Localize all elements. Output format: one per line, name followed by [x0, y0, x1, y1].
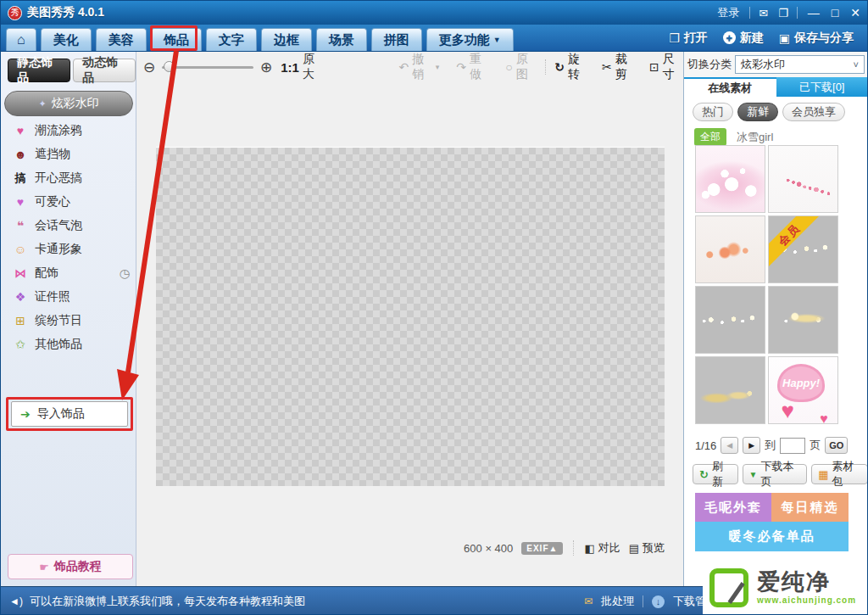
- save-share-button[interactable]: ▣保存与分享: [779, 31, 854, 46]
- category-switch-label: 切换分类: [687, 57, 732, 72]
- material-grid: 会员 Happy! ♥ ♥: [695, 145, 841, 424]
- preview-icon: ▤: [629, 542, 639, 555]
- sidebar-item-prank[interactable]: 搞开心恶搞: [13, 167, 130, 189]
- maximize-button[interactable]: □: [832, 7, 838, 19]
- undo-caret-icon[interactable]: ▾: [436, 63, 440, 71]
- rotate-button[interactable]: ↻旋转: [554, 52, 588, 82]
- zoom-out-icon[interactable]: ⊖: [143, 59, 155, 76]
- tag-snow-girl[interactable]: 冰雪girl: [737, 130, 773, 145]
- tab-downloaded[interactable]: 已下载[0]: [776, 77, 868, 97]
- material-thumbnail-gold-text[interactable]: [695, 356, 765, 424]
- material-thumbnail-happy-bubble[interactable]: Happy! ♥ ♥: [768, 356, 838, 424]
- save-icon: ▣: [779, 31, 790, 45]
- page-number-input[interactable]: [780, 438, 805, 454]
- sidebar-item-accessory[interactable]: ⋈配饰◷: [13, 262, 130, 284]
- decoration-tutorial-button[interactable]: ☛ 饰品教程: [8, 554, 133, 579]
- ad-banners: 毛呢外套 每日精选 暖冬必备单品: [695, 493, 849, 551]
- go-button[interactable]: GO: [825, 437, 848, 454]
- sidebar-item-cartoon[interactable]: ☺卡通形象: [13, 238, 130, 260]
- package-icon: ▦: [818, 468, 828, 481]
- tab-text[interactable]: 文字: [206, 28, 257, 51]
- material-thumbnail-orange-blobs[interactable]: [695, 215, 765, 283]
- sidebar-item-speech-bubble[interactable]: ❝会话气泡: [13, 215, 130, 237]
- ad-daily-picks[interactable]: 每日精选: [771, 493, 849, 522]
- history-clock-icon[interactable]: ◷: [120, 266, 130, 280]
- undo-button[interactable]: ↶撤销 ▾: [399, 52, 440, 82]
- tab-cosmetic[interactable]: 美容: [96, 28, 147, 51]
- material-thumbnail-vip-sparkle[interactable]: 会员: [768, 215, 838, 283]
- sidebar-item-graffiti[interactable]: ♥潮流涂鸦: [13, 120, 130, 142]
- filter-vip-exclusive[interactable]: 会员独享: [782, 103, 845, 121]
- transparent-canvas[interactable]: [156, 147, 665, 486]
- feedback-icon[interactable]: ❐: [778, 7, 788, 20]
- app-window: 秀 美图秀秀 4.0.1 登录 ✉ ❐ — □ ✕ ⌂ 美化 美容 饰品 文字 …: [0, 0, 868, 615]
- sidebar: 静态饰品 动态饰品 ✦ 炫彩水印 ♥潮流涂鸦 ☻遮挡物 搞开心恶搞 ♥可爱心 ❝…: [1, 52, 136, 586]
- refresh-button[interactable]: ↻刷新: [693, 464, 738, 484]
- minimize-button[interactable]: —: [808, 7, 820, 19]
- main-nav: ⌂ 美化 美容 饰品 文字 边框 场景 拼图 更多功能▼ ❒打开 +新建 ▣保存…: [1, 25, 867, 52]
- material-pack-button[interactable]: ▦素材包: [811, 464, 868, 484]
- sidebar-item-festival[interactable]: ⊞缤纷节日: [13, 310, 130, 332]
- new-button[interactable]: +新建: [723, 31, 764, 46]
- divider: [573, 540, 574, 556]
- tab-online-materials[interactable]: 在线素材: [684, 77, 776, 97]
- tab-dynamic-decorations[interactable]: 动态饰品: [73, 59, 136, 82]
- shirt-icon: ❖: [13, 290, 28, 304]
- material-thumbnail-pink-bokeh[interactable]: [695, 145, 765, 213]
- message-icon[interactable]: ✉: [759, 7, 768, 20]
- scissors-icon: ✂: [602, 60, 612, 74]
- happy-bubble-graphic: Happy!: [777, 364, 826, 402]
- tab-static-decorations[interactable]: 静态饰品: [8, 59, 70, 82]
- crop-button[interactable]: ✂裁剪: [602, 52, 636, 82]
- filter-fresh[interactable]: 新鲜: [737, 103, 778, 121]
- batch-process-button[interactable]: 批处理: [601, 594, 634, 609]
- material-thumbnail-pink-dot-trail[interactable]: [768, 145, 838, 213]
- tab-beautify[interactable]: 美化: [41, 28, 92, 51]
- resize-button[interactable]: ⊡尺寸: [649, 52, 683, 82]
- close-button[interactable]: ✕: [850, 7, 860, 19]
- undo-icon: ↶: [399, 60, 409, 74]
- zoom-ratio-label[interactable]: 原大: [303, 52, 325, 82]
- canvas-area: ⊖ ⊕ 1:1 原大 ↶撤销 ▾ ↷重做 ○原图 ↻旋转 ✂裁剪 ⊡尺: [136, 52, 683, 586]
- open-button[interactable]: ❒打开: [669, 31, 708, 46]
- prank-char-icon: 搞: [13, 171, 28, 186]
- material-thumbnail-sparkle-trail[interactable]: [695, 286, 765, 354]
- login-link[interactable]: 登录: [717, 5, 739, 20]
- redo-button[interactable]: ↷重做: [456, 52, 490, 82]
- download-page-button[interactable]: ▼下载本页: [743, 464, 808, 484]
- sidebar-item-cute-heart[interactable]: ♥可爱心: [13, 191, 130, 213]
- refresh-icon: ↻: [699, 468, 709, 481]
- sidebar-item-other[interactable]: ✩其他饰品: [13, 333, 130, 355]
- next-page-button[interactable]: ▶: [743, 437, 760, 454]
- ad-wool-coat[interactable]: 毛呢外套: [695, 493, 771, 522]
- tab-decoration[interactable]: 饰品: [151, 28, 202, 51]
- zoom-slider[interactable]: [162, 61, 253, 73]
- ad-winter-essentials[interactable]: 暖冬必备单品: [695, 522, 849, 551]
- tag-all[interactable]: 全部: [694, 128, 726, 146]
- materials-panel: 切换分类 炫彩水印 ˅ 在线素材 已下载[0] 热门 新鲜 会员独享 全部 冰雪…: [683, 52, 868, 586]
- prev-page-button[interactable]: ◀: [721, 437, 738, 454]
- sidebar-item-watermark-selected[interactable]: ✦ 炫彩水印: [4, 91, 133, 116]
- preview-button[interactable]: ▤预览: [629, 540, 665, 556]
- original-image-button[interactable]: ○原图: [505, 52, 537, 82]
- tab-collage[interactable]: 拼图: [371, 28, 422, 51]
- canvas-toolbar: ⊖ ⊕ 1:1 原大 ↶撤销 ▾ ↷重做 ○原图 ↻旋转 ✂裁剪 ⊡尺: [136, 52, 683, 82]
- filter-hot[interactable]: 热门: [693, 103, 733, 121]
- divider: [749, 7, 750, 19]
- tab-home[interactable]: ⌂: [6, 28, 36, 51]
- tab-more-features[interactable]: 更多功能▼: [426, 28, 514, 51]
- zoom-slider-handle[interactable]: [164, 61, 175, 72]
- category-dropdown[interactable]: 炫彩水印 ˅: [735, 55, 865, 74]
- zoom-ratio-button[interactable]: 1:1: [281, 60, 299, 75]
- tab-scene[interactable]: 场景: [316, 28, 367, 51]
- lips-icon: ♥: [13, 124, 28, 137]
- material-thumbnail-gold-sparkle-trail[interactable]: [768, 286, 838, 354]
- import-decorations-button[interactable]: ➔ 导入饰品: [11, 401, 128, 427]
- watermark-url: www.aichunjing.com: [757, 595, 856, 605]
- compare-button[interactable]: ◧对比: [584, 540, 620, 556]
- zoom-in-icon[interactable]: ⊕: [260, 59, 272, 76]
- exif-badge[interactable]: EXIF▲: [521, 542, 563, 555]
- sidebar-item-id-photo[interactable]: ❖证件照: [13, 286, 130, 308]
- tab-frame[interactable]: 边框: [261, 28, 312, 51]
- sidebar-item-blocker[interactable]: ☻遮挡物: [13, 143, 130, 165]
